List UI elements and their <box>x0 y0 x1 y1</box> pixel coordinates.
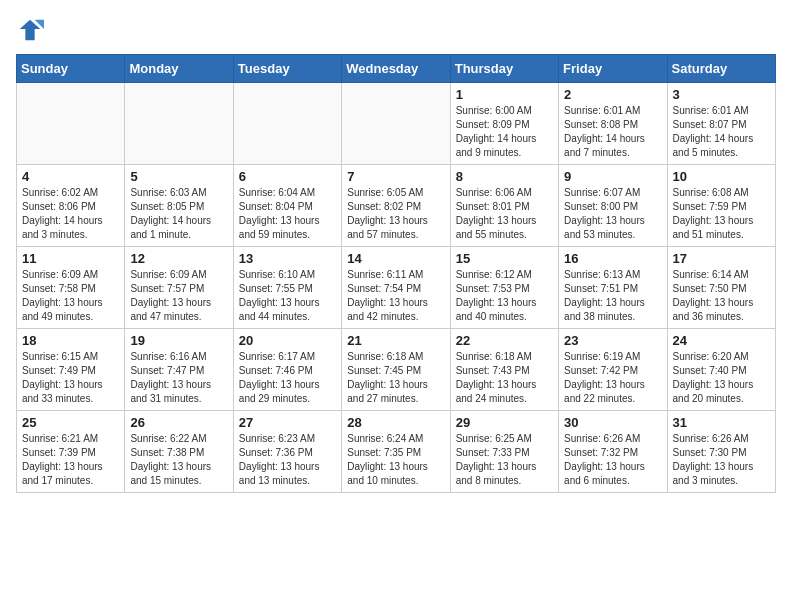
day-number: 2 <box>564 87 661 102</box>
calendar-cell: 26Sunrise: 6:22 AMSunset: 7:38 PMDayligh… <box>125 411 233 493</box>
day-number: 28 <box>347 415 444 430</box>
day-info: Sunrise: 6:13 AMSunset: 7:51 PMDaylight:… <box>564 268 661 324</box>
day-of-week-thursday: Thursday <box>450 55 558 83</box>
page-header <box>16 16 776 44</box>
day-of-week-friday: Friday <box>559 55 667 83</box>
day-info: Sunrise: 6:22 AMSunset: 7:38 PMDaylight:… <box>130 432 227 488</box>
week-row-1: 1Sunrise: 6:00 AMSunset: 8:09 PMDaylight… <box>17 83 776 165</box>
day-info: Sunrise: 6:20 AMSunset: 7:40 PMDaylight:… <box>673 350 770 406</box>
week-row-2: 4Sunrise: 6:02 AMSunset: 8:06 PMDaylight… <box>17 165 776 247</box>
day-number: 25 <box>22 415 119 430</box>
calendar-cell: 25Sunrise: 6:21 AMSunset: 7:39 PMDayligh… <box>17 411 125 493</box>
day-number: 16 <box>564 251 661 266</box>
day-number: 4 <box>22 169 119 184</box>
day-number: 15 <box>456 251 553 266</box>
day-number: 20 <box>239 333 336 348</box>
day-info: Sunrise: 6:02 AMSunset: 8:06 PMDaylight:… <box>22 186 119 242</box>
day-info: Sunrise: 6:21 AMSunset: 7:39 PMDaylight:… <box>22 432 119 488</box>
calendar-cell: 19Sunrise: 6:16 AMSunset: 7:47 PMDayligh… <box>125 329 233 411</box>
day-info: Sunrise: 6:07 AMSunset: 8:00 PMDaylight:… <box>564 186 661 242</box>
calendar-cell: 27Sunrise: 6:23 AMSunset: 7:36 PMDayligh… <box>233 411 341 493</box>
calendar-cell: 5Sunrise: 6:03 AMSunset: 8:05 PMDaylight… <box>125 165 233 247</box>
calendar-cell: 18Sunrise: 6:15 AMSunset: 7:49 PMDayligh… <box>17 329 125 411</box>
calendar-cell: 6Sunrise: 6:04 AMSunset: 8:04 PMDaylight… <box>233 165 341 247</box>
calendar-header-row: SundayMondayTuesdayWednesdayThursdayFrid… <box>17 55 776 83</box>
calendar-cell: 21Sunrise: 6:18 AMSunset: 7:45 PMDayligh… <box>342 329 450 411</box>
day-number: 11 <box>22 251 119 266</box>
day-number: 31 <box>673 415 770 430</box>
day-of-week-monday: Monday <box>125 55 233 83</box>
calendar-cell: 12Sunrise: 6:09 AMSunset: 7:57 PMDayligh… <box>125 247 233 329</box>
day-info: Sunrise: 6:19 AMSunset: 7:42 PMDaylight:… <box>564 350 661 406</box>
day-number: 29 <box>456 415 553 430</box>
day-info: Sunrise: 6:15 AMSunset: 7:49 PMDaylight:… <box>22 350 119 406</box>
calendar-cell: 15Sunrise: 6:12 AMSunset: 7:53 PMDayligh… <box>450 247 558 329</box>
day-info: Sunrise: 6:09 AMSunset: 7:57 PMDaylight:… <box>130 268 227 324</box>
day-info: Sunrise: 6:09 AMSunset: 7:58 PMDaylight:… <box>22 268 119 324</box>
calendar-cell: 9Sunrise: 6:07 AMSunset: 8:00 PMDaylight… <box>559 165 667 247</box>
day-info: Sunrise: 6:05 AMSunset: 8:02 PMDaylight:… <box>347 186 444 242</box>
calendar-cell: 11Sunrise: 6:09 AMSunset: 7:58 PMDayligh… <box>17 247 125 329</box>
day-info: Sunrise: 6:16 AMSunset: 7:47 PMDaylight:… <box>130 350 227 406</box>
calendar-cell: 1Sunrise: 6:00 AMSunset: 8:09 PMDaylight… <box>450 83 558 165</box>
day-number: 10 <box>673 169 770 184</box>
day-info: Sunrise: 6:01 AMSunset: 8:07 PMDaylight:… <box>673 104 770 160</box>
calendar-cell: 3Sunrise: 6:01 AMSunset: 8:07 PMDaylight… <box>667 83 775 165</box>
day-number: 9 <box>564 169 661 184</box>
calendar-cell: 16Sunrise: 6:13 AMSunset: 7:51 PMDayligh… <box>559 247 667 329</box>
day-number: 21 <box>347 333 444 348</box>
day-number: 26 <box>130 415 227 430</box>
week-row-3: 11Sunrise: 6:09 AMSunset: 7:58 PMDayligh… <box>17 247 776 329</box>
day-info: Sunrise: 6:01 AMSunset: 8:08 PMDaylight:… <box>564 104 661 160</box>
day-number: 24 <box>673 333 770 348</box>
day-info: Sunrise: 6:08 AMSunset: 7:59 PMDaylight:… <box>673 186 770 242</box>
day-info: Sunrise: 6:03 AMSunset: 8:05 PMDaylight:… <box>130 186 227 242</box>
day-number: 3 <box>673 87 770 102</box>
day-info: Sunrise: 6:23 AMSunset: 7:36 PMDaylight:… <box>239 432 336 488</box>
day-of-week-sunday: Sunday <box>17 55 125 83</box>
calendar-table: SundayMondayTuesdayWednesdayThursdayFrid… <box>16 54 776 493</box>
day-of-week-tuesday: Tuesday <box>233 55 341 83</box>
calendar-cell: 17Sunrise: 6:14 AMSunset: 7:50 PMDayligh… <box>667 247 775 329</box>
day-info: Sunrise: 6:04 AMSunset: 8:04 PMDaylight:… <box>239 186 336 242</box>
logo-icon <box>16 16 44 44</box>
calendar-cell: 13Sunrise: 6:10 AMSunset: 7:55 PMDayligh… <box>233 247 341 329</box>
day-info: Sunrise: 6:18 AMSunset: 7:43 PMDaylight:… <box>456 350 553 406</box>
svg-marker-0 <box>20 20 41 41</box>
day-info: Sunrise: 6:18 AMSunset: 7:45 PMDaylight:… <box>347 350 444 406</box>
day-number: 17 <box>673 251 770 266</box>
calendar-cell: 28Sunrise: 6:24 AMSunset: 7:35 PMDayligh… <box>342 411 450 493</box>
day-number: 8 <box>456 169 553 184</box>
day-number: 1 <box>456 87 553 102</box>
day-info: Sunrise: 6:24 AMSunset: 7:35 PMDaylight:… <box>347 432 444 488</box>
calendar-cell: 30Sunrise: 6:26 AMSunset: 7:32 PMDayligh… <box>559 411 667 493</box>
week-row-5: 25Sunrise: 6:21 AMSunset: 7:39 PMDayligh… <box>17 411 776 493</box>
day-of-week-wednesday: Wednesday <box>342 55 450 83</box>
day-of-week-saturday: Saturday <box>667 55 775 83</box>
day-number: 12 <box>130 251 227 266</box>
calendar-cell: 4Sunrise: 6:02 AMSunset: 8:06 PMDaylight… <box>17 165 125 247</box>
day-number: 14 <box>347 251 444 266</box>
calendar-cell: 29Sunrise: 6:25 AMSunset: 7:33 PMDayligh… <box>450 411 558 493</box>
calendar-cell: 7Sunrise: 6:05 AMSunset: 8:02 PMDaylight… <box>342 165 450 247</box>
calendar-cell: 31Sunrise: 6:26 AMSunset: 7:30 PMDayligh… <box>667 411 775 493</box>
calendar-cell: 22Sunrise: 6:18 AMSunset: 7:43 PMDayligh… <box>450 329 558 411</box>
day-info: Sunrise: 6:00 AMSunset: 8:09 PMDaylight:… <box>456 104 553 160</box>
day-number: 7 <box>347 169 444 184</box>
day-info: Sunrise: 6:26 AMSunset: 7:30 PMDaylight:… <box>673 432 770 488</box>
calendar-cell: 10Sunrise: 6:08 AMSunset: 7:59 PMDayligh… <box>667 165 775 247</box>
day-number: 5 <box>130 169 227 184</box>
day-number: 18 <box>22 333 119 348</box>
calendar-cell <box>233 83 341 165</box>
day-number: 22 <box>456 333 553 348</box>
day-info: Sunrise: 6:06 AMSunset: 8:01 PMDaylight:… <box>456 186 553 242</box>
day-number: 19 <box>130 333 227 348</box>
week-row-4: 18Sunrise: 6:15 AMSunset: 7:49 PMDayligh… <box>17 329 776 411</box>
day-number: 6 <box>239 169 336 184</box>
day-number: 30 <box>564 415 661 430</box>
day-info: Sunrise: 6:12 AMSunset: 7:53 PMDaylight:… <box>456 268 553 324</box>
calendar-cell: 2Sunrise: 6:01 AMSunset: 8:08 PMDaylight… <box>559 83 667 165</box>
day-info: Sunrise: 6:26 AMSunset: 7:32 PMDaylight:… <box>564 432 661 488</box>
calendar-cell: 20Sunrise: 6:17 AMSunset: 7:46 PMDayligh… <box>233 329 341 411</box>
day-number: 23 <box>564 333 661 348</box>
